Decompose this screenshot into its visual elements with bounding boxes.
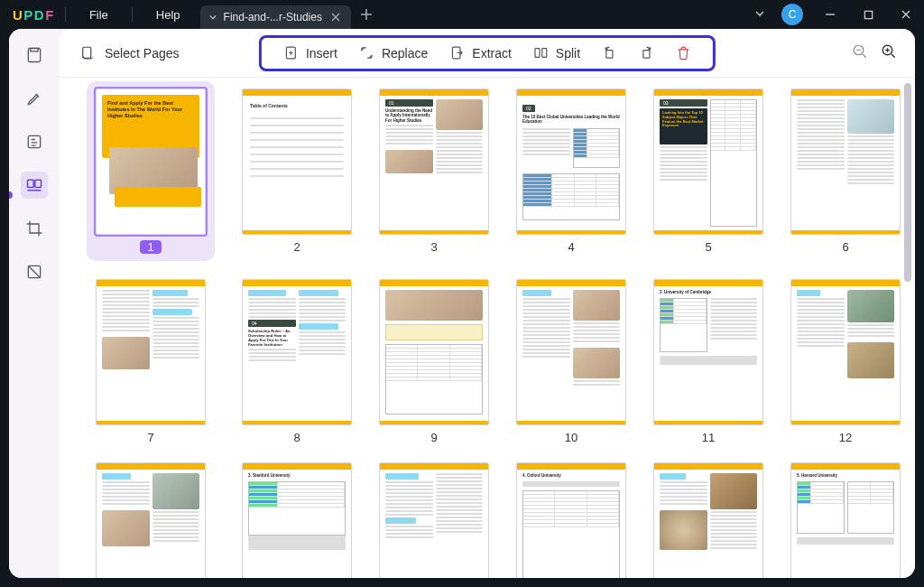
sec-heading: Scholarship Rules – An Overview and How …: [248, 329, 296, 347]
svg-rect-0: [864, 11, 872, 18]
extract-icon: [449, 45, 465, 61]
page-thumbnail-2[interactable]: Table of Contents 2: [242, 89, 352, 261]
page-number: 12: [839, 431, 852, 444]
page-thumbnail-17[interactable]: [653, 462, 763, 578]
reader-mode-button[interactable]: [21, 42, 48, 69]
page-thumbnail-11[interactable]: 2. University of Cambridge: [653, 279, 763, 444]
zoom-out-button[interactable]: [852, 43, 868, 62]
app-logo: UPDF: [0, 7, 54, 23]
tab-close-button[interactable]: [329, 11, 342, 23]
titlebar: UPDF File Help Find-and-...r-Studies C: [0, 0, 924, 29]
zoom-controls: [852, 43, 897, 62]
sec-heading: Looking Into the Top 10 Subject Majors T…: [662, 111, 705, 128]
comment-mode-button[interactable]: [21, 85, 48, 112]
page-thumbnail-7[interactable]: 7: [87, 279, 215, 444]
sec-heading: 2. University of Cambridge: [660, 290, 757, 294]
page-thumbnail-14[interactable]: 3. Stanford University: [242, 462, 352, 578]
page-thumbnail-16[interactable]: 4. Oxford University: [516, 462, 626, 578]
crop-icon: [25, 219, 43, 238]
page-thumbnail-5[interactable]: 03 Looking Into the Top 10 Subject Major…: [653, 89, 763, 261]
close-icon: [331, 13, 340, 22]
collapse-handle[interactable]: [9, 191, 13, 199]
svg-rect-4: [28, 180, 34, 187]
page-thumbnail-10[interactable]: 10: [516, 279, 626, 444]
tab-title: Find-and-...r-Studies: [224, 11, 322, 23]
page-thumbnail-18[interactable]: 5. Harvard University: [790, 462, 901, 578]
rotate-left-button[interactable]: [602, 45, 617, 61]
page-thumbnail-1[interactable]: Find and Apply For the Best Institutes I…: [87, 81, 215, 261]
edit-mode-button[interactable]: [21, 128, 48, 155]
tools-mode-button[interactable]: [21, 258, 48, 285]
edit-text-icon: [25, 133, 43, 151]
zoom-out-icon: [852, 43, 868, 60]
highlighter-icon: [25, 89, 43, 107]
new-tab-button[interactable]: [360, 8, 373, 21]
page-number: 3: [430, 240, 437, 254]
page-thumbnail-8[interactable]: 04 Scholarship Rules – An Overview and H…: [242, 279, 352, 444]
trash-icon: [676, 45, 691, 61]
insert-icon: [283, 45, 299, 61]
page-number: 5: [705, 240, 711, 254]
cover-title: Find and Apply For the Best Institutes I…: [107, 100, 194, 119]
delete-page-button[interactable]: [676, 45, 691, 61]
page-number: 9: [430, 431, 437, 444]
sec-heading: Understanding the Need to Apply Internat…: [385, 108, 433, 123]
user-avatar[interactable]: C: [781, 4, 803, 25]
page-number: 1: [140, 240, 161, 254]
page-number: 7: [147, 431, 153, 444]
scrollbar-thumb[interactable]: [904, 83, 911, 282]
app-frame: Select Pages Insert Replace Extract Sp: [9, 29, 915, 578]
page-number: 6: [842, 240, 848, 254]
sec-heading: 5. Harvard University: [797, 473, 894, 478]
svg-rect-10: [535, 49, 540, 58]
menu-file[interactable]: File: [77, 0, 121, 29]
page-thumbnail-15[interactable]: [379, 462, 489, 578]
split-icon: [533, 45, 549, 61]
rotate-left-icon: [602, 45, 617, 61]
window-minimize-button[interactable]: [812, 0, 848, 29]
replace-label: Replace: [382, 46, 428, 61]
page-thumbnail-9[interactable]: 9: [379, 279, 489, 444]
window-maximize-button[interactable]: [850, 0, 886, 29]
replace-icon: [359, 45, 374, 61]
avatar-initial: C: [789, 8, 797, 21]
page-thumbnail-6[interactable]: 6: [790, 89, 901, 261]
page-thumbnail-13[interactable]: [87, 462, 215, 578]
extract-label: Extract: [472, 46, 512, 61]
extract-page-button[interactable]: Extract: [449, 45, 512, 61]
reader-icon: [25, 46, 43, 64]
split-page-button[interactable]: Split: [533, 45, 580, 61]
vertical-scrollbar[interactable]: [904, 83, 911, 565]
page-thumbnail-3[interactable]: 01 Understanding the Need to Apply Inter…: [379, 89, 489, 261]
zoom-in-button[interactable]: [881, 43, 897, 62]
window-close-button[interactable]: [888, 0, 924, 29]
tab-overflow-button[interactable]: [754, 8, 765, 22]
divider: [65, 7, 66, 22]
page-number: 11: [702, 431, 715, 444]
chevron-down-icon: [754, 8, 765, 19]
svg-rect-11: [542, 49, 547, 58]
select-pages-button[interactable]: Select Pages: [79, 45, 180, 61]
thumbnails-grid: Find and Apply For the Best Institutes I…: [87, 89, 888, 578]
page-actions-highlight: Insert Replace Extract Split: [259, 35, 716, 71]
crop-mode-button[interactable]: [21, 215, 48, 242]
zoom-in-icon: [881, 43, 897, 60]
document-tab[interactable]: Find-and-...r-Studies: [200, 5, 351, 29]
pages-icon: [25, 176, 43, 194]
organize-pages-button[interactable]: [21, 172, 48, 199]
insert-page-button[interactable]: Insert: [283, 45, 337, 61]
page-thumbnail-4[interactable]: 02 The 10 Best Global Universities Leadi…: [516, 89, 626, 261]
svg-rect-7: [83, 47, 91, 58]
page-toolbar: Select Pages Insert Replace Extract Sp: [60, 29, 915, 78]
svg-rect-13: [643, 51, 650, 59]
split-label: Split: [556, 46, 580, 61]
page-number: 2: [293, 240, 300, 254]
replace-page-button[interactable]: Replace: [359, 45, 428, 61]
page-number: 4: [568, 240, 574, 254]
svg-rect-5: [35, 180, 42, 187]
rotate-right-button[interactable]: [639, 45, 654, 61]
page-thumbnail-12[interactable]: 12: [790, 279, 901, 444]
tab-dropdown-icon: [209, 14, 217, 21]
menu-help[interactable]: Help: [143, 0, 193, 29]
left-toolstrip: [9, 29, 60, 578]
